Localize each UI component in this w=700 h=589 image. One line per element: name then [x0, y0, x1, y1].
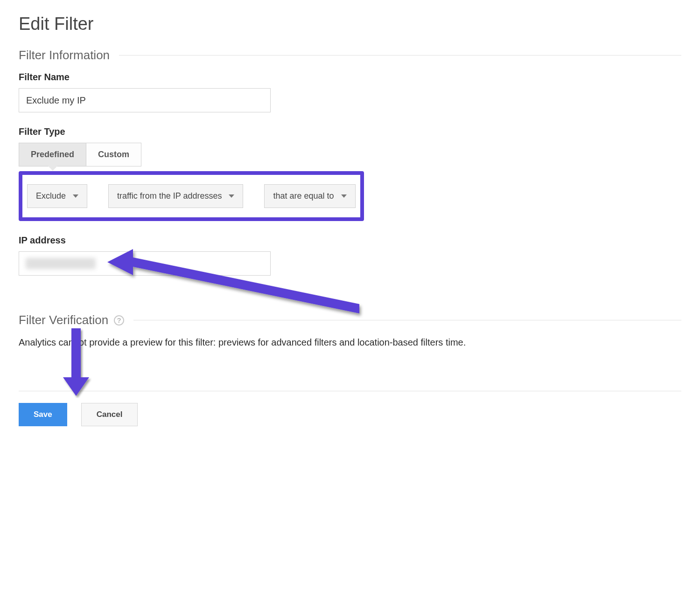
- verification-message: Analytics cannot provide a preview for t…: [19, 336, 681, 349]
- cancel-button[interactable]: Cancel: [81, 403, 138, 426]
- filter-information-header: Filter Information: [19, 48, 681, 62]
- filter-condition-row: Exclude traffic from the IP addresses th…: [27, 184, 356, 208]
- section-title: Filter Information: [19, 48, 110, 62]
- divider-line: [119, 55, 681, 55]
- dropdown-condition-label: that are equal to: [273, 191, 334, 201]
- filter-verification-section: Filter Verification ? Analytics cannot p…: [19, 313, 681, 349]
- ip-address-group: IP address: [19, 235, 681, 276]
- filter-type-group: Filter Type Predefined Custom Exclude tr…: [19, 126, 681, 221]
- verification-title: Filter Verification: [19, 313, 108, 327]
- filter-name-label: Filter Name: [19, 72, 681, 83]
- action-buttons-row: Save Cancel: [19, 391, 681, 426]
- dropdown-source[interactable]: traffic from the IP addresses: [108, 184, 243, 208]
- ip-address-label: IP address: [19, 235, 681, 246]
- caret-down-icon: [229, 194, 234, 198]
- divider-line: [133, 320, 681, 320]
- verification-header: Filter Verification ?: [19, 313, 681, 327]
- annotation-highlight-box: Exclude traffic from the IP addresses th…: [19, 171, 364, 221]
- filter-type-label: Filter Type: [19, 126, 681, 137]
- dropdown-action[interactable]: Exclude: [27, 184, 87, 208]
- caret-down-icon: [73, 194, 78, 198]
- dropdown-action-label: Exclude: [36, 191, 66, 201]
- dropdown-source-label: traffic from the IP addresses: [117, 191, 222, 201]
- filter-name-group: Filter Name: [19, 72, 681, 112]
- save-button[interactable]: Save: [19, 403, 67, 426]
- caret-down-icon: [341, 194, 347, 198]
- svg-marker-2: [63, 377, 89, 396]
- filter-name-input[interactable]: [19, 88, 271, 112]
- page-title: Edit Filter: [19, 14, 681, 34]
- tab-predefined[interactable]: Predefined: [19, 143, 86, 166]
- filter-type-tabs: Predefined Custom: [19, 143, 681, 166]
- tab-custom[interactable]: Custom: [86, 143, 141, 166]
- help-icon[interactable]: ?: [114, 315, 124, 326]
- dropdown-condition[interactable]: that are equal to: [264, 184, 355, 208]
- redacted-content: [26, 258, 96, 269]
